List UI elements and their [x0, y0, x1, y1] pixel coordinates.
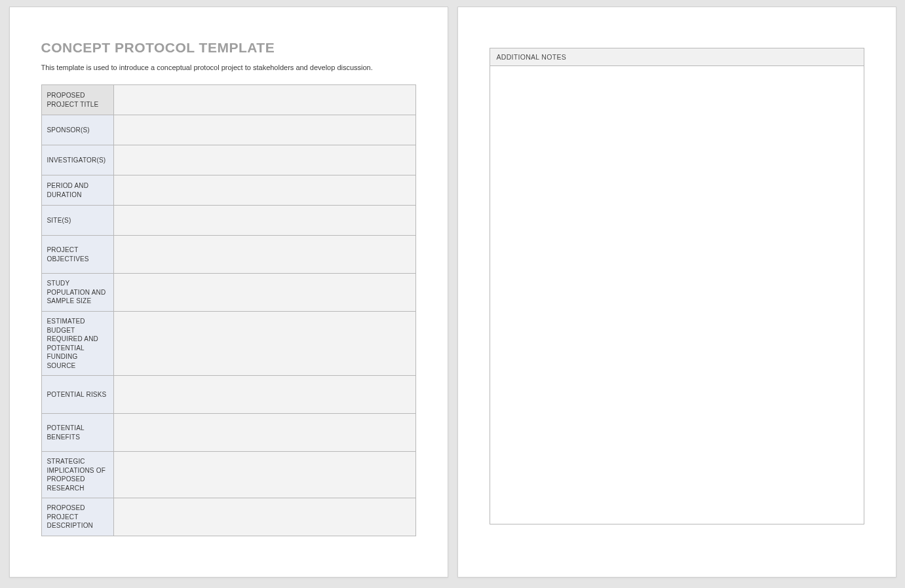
table-row: SPONSOR(S) [41, 115, 415, 145]
table-row: STUDY POPULATION AND SAMPLE SIZE [41, 274, 415, 312]
table-row: POTENTIAL RISKS [41, 376, 415, 414]
field-label: SITE(S) [41, 206, 113, 236]
field-input-potential-risks[interactable] [113, 376, 415, 414]
field-input-strategic-implications[interactable] [113, 452, 415, 498]
field-input-estimated-budget[interactable] [113, 312, 415, 376]
table-row: INVESTIGATOR(S) [41, 145, 415, 175]
page-title: CONCEPT PROTOCOL TEMPLATE [41, 40, 416, 56]
page-subtitle: This template is used to introduce a con… [41, 64, 416, 71]
field-input-sponsors[interactable] [113, 115, 415, 145]
field-label: INVESTIGATOR(S) [41, 145, 113, 175]
field-input-potential-benefits[interactable] [113, 414, 415, 452]
field-input-proposed-project-description[interactable] [113, 498, 415, 536]
field-input-sites[interactable] [113, 206, 415, 236]
field-label: POTENTIAL RISKS [41, 376, 113, 414]
table-row: PERIOD AND DURATION [41, 175, 415, 206]
notes-input[interactable] [490, 66, 864, 524]
table-row [490, 66, 864, 524]
table-row: POTENTIAL BENEFITS [41, 414, 415, 452]
page-2: ADDITIONAL NOTES [457, 7, 896, 578]
field-label: STRATEGIC IMPLICATIONS OF PROPOSED RESEA… [41, 452, 113, 498]
field-input-investigators[interactable] [113, 145, 415, 175]
field-label: SPONSOR(S) [41, 115, 113, 145]
notes-header: ADDITIONAL NOTES [490, 48, 864, 66]
table-row: PROJECT OBJECTIVES [41, 236, 415, 274]
additional-notes-table: ADDITIONAL NOTES [490, 48, 864, 524]
field-input-period-duration[interactable] [113, 175, 415, 206]
table-row: PROPOSED PROJECT DESCRIPTION [41, 498, 415, 536]
field-label: PROPOSED PROJECT TITLE [41, 85, 113, 115]
protocol-form-table: PROPOSED PROJECT TITLE SPONSOR(S) INVEST… [41, 84, 416, 536]
field-input-proposed-project-title[interactable] [113, 85, 415, 115]
field-label: PROJECT OBJECTIVES [41, 236, 113, 274]
field-label: POTENTIAL BENEFITS [41, 414, 113, 452]
field-label: ESTIMATED BUDGET REQUIRED AND POTENTIAL … [41, 312, 113, 376]
table-row: ADDITIONAL NOTES [490, 48, 864, 66]
table-row: STRATEGIC IMPLICATIONS OF PROPOSED RESEA… [41, 452, 415, 498]
table-row: SITE(S) [41, 206, 415, 236]
table-row: PROPOSED PROJECT TITLE [41, 85, 415, 115]
table-row: ESTIMATED BUDGET REQUIRED AND POTENTIAL … [41, 312, 415, 376]
page-1: CONCEPT PROTOCOL TEMPLATE This template … [9, 7, 448, 578]
field-label: STUDY POPULATION AND SAMPLE SIZE [41, 274, 113, 312]
field-label: PERIOD AND DURATION [41, 175, 113, 206]
field-label: PROPOSED PROJECT DESCRIPTION [41, 498, 113, 536]
field-input-study-population[interactable] [113, 274, 415, 312]
field-input-project-objectives[interactable] [113, 236, 415, 274]
